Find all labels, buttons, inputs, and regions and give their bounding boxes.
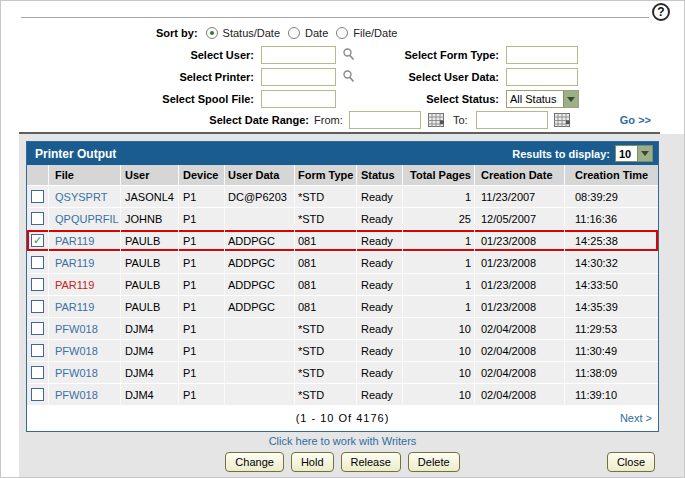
- row-checkbox[interactable]: [31, 388, 44, 401]
- radio-file-date[interactable]: [336, 27, 348, 39]
- select-status-label: Select Status:: [299, 90, 499, 108]
- help-icon[interactable]: ?: [652, 3, 670, 21]
- cell-file: PAR119: [48, 274, 120, 295]
- select-user-data-input[interactable]: [506, 68, 578, 86]
- date-to-input[interactable]: [476, 111, 548, 129]
- radio-status-date-label: Status/Date: [223, 27, 280, 39]
- cell-user-data: ADDPGC: [224, 230, 294, 251]
- file-link[interactable]: PFW018: [55, 345, 98, 357]
- column-header-user-data: User Data: [224, 165, 294, 185]
- date-from-input[interactable]: [349, 111, 421, 129]
- cell-select: [27, 318, 48, 339]
- delete-button[interactable]: Delete: [408, 452, 460, 472]
- cell-total-pages: 10: [402, 340, 474, 361]
- work-with-writers-link[interactable]: Click here to work with Writers: [269, 435, 417, 447]
- table-row: QPQUPRFILJOHNBP1*STDReady2512/05/200711:…: [27, 208, 658, 230]
- cell-file: PFW018: [48, 318, 120, 339]
- select-user-data-label: Select User Data:: [299, 68, 499, 86]
- row-checkbox[interactable]: ✓: [31, 234, 44, 247]
- release-button[interactable]: Release: [341, 452, 401, 472]
- row-checkbox[interactable]: [31, 212, 44, 225]
- cell-form-type: *STD: [294, 318, 356, 339]
- table-row: ✓PAR119PAULBP1ADDPGC081Ready101/23/20081…: [27, 230, 658, 252]
- panel-title: Printer Output: [27, 147, 116, 161]
- cell-user-data: [224, 340, 294, 361]
- file-link[interactable]: QPQUPRFIL: [55, 213, 119, 225]
- file-link[interactable]: QSYSPRT: [55, 191, 107, 203]
- cell-select: [27, 252, 48, 273]
- file-link[interactable]: PAR119: [55, 257, 94, 269]
- close-button[interactable]: Close: [607, 452, 655, 472]
- file-link[interactable]: PFW018: [55, 323, 98, 335]
- row-checkbox[interactable]: [31, 256, 44, 269]
- row-checkbox[interactable]: [31, 322, 44, 335]
- cell-file: PAR119: [48, 252, 120, 273]
- cell-user-data: DC@P6203: [224, 186, 294, 207]
- column-header-total-pages: Total Pages: [402, 165, 474, 185]
- cell-select: [27, 340, 48, 361]
- status-select[interactable]: All Status: [506, 90, 579, 108]
- sort-by-group: Sort by: Status/Date Date File/Date: [156, 25, 397, 41]
- cell-device: P1: [178, 208, 224, 229]
- cell-creation-date: 02/04/2008: [474, 362, 564, 383]
- top-divider: [21, 17, 649, 18]
- row-checkbox[interactable]: [31, 366, 44, 379]
- cell-creation-time: 11:29:53: [564, 318, 658, 339]
- row-checkbox[interactable]: [31, 278, 44, 291]
- file-link[interactable]: PAR119: [55, 301, 94, 313]
- cell-creation-time: 14:30:32: [564, 252, 658, 273]
- results-select[interactable]: 10: [615, 145, 653, 162]
- cell-total-pages: 10: [402, 362, 474, 383]
- table-row: PFW018DJM4P1*STDReady1002/04/200811:30:4…: [27, 340, 658, 362]
- cell-form-type: 081: [294, 274, 356, 295]
- cell-device: P1: [178, 186, 224, 207]
- calendar-icon[interactable]: [428, 113, 444, 129]
- date-range-label: Select Date Range:: [109, 111, 309, 129]
- results-to-display: Results to display: 10: [512, 145, 658, 162]
- cell-status: Ready: [356, 384, 402, 405]
- cell-select: [27, 362, 48, 383]
- cell-status: Ready: [356, 186, 402, 207]
- cell-creation-date: 01/23/2008: [474, 252, 564, 273]
- file-link[interactable]: PFW018: [55, 367, 98, 379]
- cell-creation-time: 11:16:36: [564, 208, 658, 229]
- cell-user-data: [224, 318, 294, 339]
- cell-form-type: *STD: [294, 340, 356, 361]
- cell-select: [27, 186, 48, 207]
- cell-form-type: 081: [294, 296, 356, 317]
- cell-user: DJM4: [120, 362, 178, 383]
- table-row: PFW018DJM4P1*STDReady1002/04/200811:29:5…: [27, 318, 658, 340]
- writers-link-row: Click here to work with Writers: [26, 435, 659, 447]
- cell-user: PAULB: [120, 230, 178, 251]
- radio-date[interactable]: [288, 27, 300, 39]
- cell-device: P1: [178, 252, 224, 273]
- cell-user: PAULB: [120, 252, 178, 273]
- cell-file: PAR119: [48, 230, 120, 251]
- cell-device: P1: [178, 274, 224, 295]
- row-checkbox[interactable]: [31, 300, 44, 313]
- results-select-value: 10: [616, 146, 637, 161]
- radio-status-date[interactable]: [206, 27, 218, 39]
- hold-button[interactable]: Hold: [291, 452, 334, 472]
- cell-file: QPQUPRFIL: [48, 208, 120, 229]
- cell-total-pages: 1: [402, 296, 474, 317]
- table-row: PFW018DJM4P1*STDReady1002/04/200811:38:0…: [27, 362, 658, 384]
- file-link[interactable]: PFW018: [55, 389, 98, 401]
- select-form-type-input[interactable]: [506, 46, 578, 64]
- file-link[interactable]: PAR119: [55, 235, 94, 247]
- file-link[interactable]: PAR119: [55, 279, 94, 291]
- table-row: PAR119PAULBP1ADDPGC081Ready101/23/200814…: [27, 252, 658, 274]
- next-page-link[interactable]: Next >: [620, 406, 652, 431]
- cell-select: [27, 208, 48, 229]
- cell-file: PAR119: [48, 296, 120, 317]
- radio-file-date-label: File/Date: [353, 27, 397, 39]
- row-checkbox[interactable]: [31, 190, 44, 203]
- calendar-icon[interactable]: [554, 113, 570, 129]
- go-link[interactable]: Go >>: [620, 111, 651, 129]
- row-checkbox[interactable]: [31, 344, 44, 357]
- cell-creation-time: 11:39:10: [564, 384, 658, 405]
- column-header-creation-date: Creation Date: [474, 165, 564, 185]
- change-button[interactable]: Change: [225, 452, 284, 472]
- column-header-status: Status: [356, 165, 402, 185]
- cell-creation-date: 02/04/2008: [474, 340, 564, 361]
